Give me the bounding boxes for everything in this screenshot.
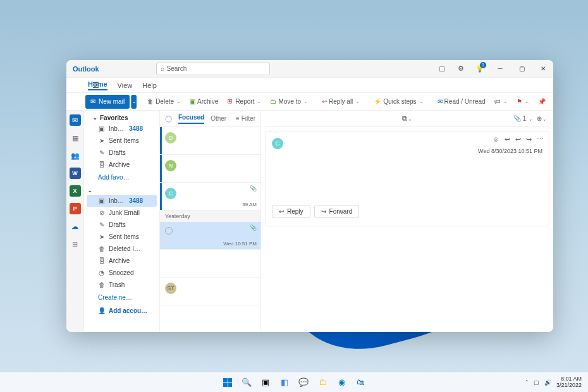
taskbar-clock[interactable]: 8:01 AM 3/21/2022: [556, 376, 582, 389]
archive-icon: 🗄: [98, 257, 105, 264]
folder-item-drafts[interactable]: ✎Drafts: [84, 147, 159, 159]
reply-icon: ↩: [279, 208, 284, 215]
task-view-icon[interactable]: ▣: [258, 375, 273, 390]
tab-other[interactable]: Other: [211, 115, 226, 122]
archive-button[interactable]: ▣Archive: [187, 95, 221, 108]
message-item[interactable]: C📎39 AM: [160, 183, 260, 211]
smile-icon[interactable]: ☺: [493, 135, 499, 144]
folder-item-inb[interactable]: ▣Inb…3488: [87, 195, 157, 207]
window-minimize-button[interactable]: ─: [490, 61, 510, 77]
folder-item-archive[interactable]: 🗄Archive: [84, 159, 159, 171]
search-input[interactable]: ⌕ Search: [156, 63, 270, 75]
window-close-button[interactable]: ✕: [533, 61, 553, 77]
flag-button[interactable]: ⚑⌄: [513, 95, 532, 108]
message-item[interactable]: D: [160, 127, 260, 155]
avatar: N: [165, 160, 176, 171]
moveto-button[interactable]: 🗀Move to⌄: [267, 95, 311, 108]
tab-focused[interactable]: Focused: [178, 114, 204, 124]
folder-item-junkemail[interactable]: ⊘Junk Email: [84, 207, 159, 219]
send-icon: ➤: [98, 233, 105, 240]
account-header[interactable]: ⌄: [84, 184, 159, 195]
folder-item-sentitems[interactable]: ➤Sent Items: [84, 135, 159, 147]
message-item[interactable]: ST: [160, 278, 260, 305]
file-explorer-icon[interactable]: 🗀: [315, 375, 330, 390]
report-button[interactable]: ⛨Report⌄: [224, 95, 264, 108]
select-circle[interactable]: [165, 227, 173, 235]
reply-button[interactable]: ↩Reply: [272, 205, 310, 218]
folder-pane: ⌄Favorites ▣Inb…3488➤Sent Items✎Drafts🗄A…: [84, 111, 160, 332]
rail-calendar-icon[interactable]: ▦: [70, 132, 81, 144]
folder-item-drafts[interactable]: ✎Drafts: [84, 219, 159, 231]
tab-help[interactable]: Help: [142, 82, 157, 89]
outlook-window: Outlook ⌕ Search ▢ ⚙ 💡1 ─ ▢ ✕ ☰ Home Vie…: [66, 60, 553, 332]
tray-volume-icon[interactable]: 🔊: [544, 379, 551, 386]
folder-item-inb[interactable]: ▣Inb…3488: [84, 123, 159, 135]
rail-more-icon[interactable]: ⊞: [70, 238, 81, 250]
archive-icon: ▣: [190, 98, 195, 105]
forward-icon[interactable]: ↪: [526, 135, 532, 144]
hamburger-icon[interactable]: ☰: [89, 79, 102, 92]
rail-word-icon[interactable]: W: [70, 168, 81, 179]
forward-button[interactable]: ↪Forward: [314, 205, 360, 218]
reply-all-icon[interactable]: ↩: [515, 135, 521, 144]
tray-network-icon[interactable]: ▢: [534, 379, 539, 386]
add-account-link[interactable]: 👤Add accou…: [84, 304, 159, 317]
meet-now-icon[interactable]: ▢: [433, 61, 451, 77]
widgets-icon[interactable]: ◧: [277, 375, 292, 390]
pin-button[interactable]: 📌: [535, 95, 549, 108]
envelope-icon: ✉: [438, 98, 443, 105]
rail-people-icon[interactable]: 👥: [70, 150, 81, 161]
folder-item-sentitems[interactable]: ➤Sent Items: [84, 231, 159, 243]
taskbar-search-icon[interactable]: 🔍: [239, 375, 254, 390]
attachment-icon[interactable]: 📎 1 ⌄: [513, 115, 533, 122]
rail-mail-icon[interactable]: ✉: [70, 114, 81, 126]
window-maximize-button[interactable]: ▢: [511, 61, 532, 77]
attachment-icon: 📎: [250, 224, 257, 231]
replyall-button[interactable]: ↩Reply all⌄: [319, 95, 363, 108]
taskbar: 🔍 ▣ ◧ 💬 🗀 ◉ 🛍 ˄ ▢ 🔊 8:01 AM 3/21/2022: [0, 372, 588, 392]
rail-powerpoint-icon[interactable]: P: [70, 203, 81, 214]
inbox-icon: ▣: [98, 197, 105, 204]
new-mail-button[interactable]: ✉New mail: [85, 95, 130, 109]
folder-item-deletedi[interactable]: 🗑Deleted I…: [84, 243, 159, 255]
filter-icon: ≡: [236, 115, 240, 122]
select-all-checkbox[interactable]: ◯: [165, 115, 172, 122]
rail-onedrive-icon[interactable]: ☁: [70, 221, 81, 232]
quicksteps-button[interactable]: ⚡Quick steps⌄: [371, 95, 426, 108]
tray-chevron-icon[interactable]: ˄: [525, 379, 529, 386]
folder-item-archive[interactable]: 🗄Archive: [84, 255, 159, 267]
message-list: ◯ Focused Other ≡Filter DNC📎39 AM Yester…: [160, 111, 261, 332]
translate-icon[interactable]: ⧉⌄: [402, 114, 412, 123]
sender-avatar: C: [272, 138, 283, 149]
message-item[interactable]: [160, 250, 260, 278]
start-button[interactable]: [220, 375, 235, 390]
folder-item-snoozed[interactable]: ◔Snoozed: [84, 267, 159, 279]
shield-icon: ⛨: [227, 98, 233, 105]
tab-view[interactable]: View: [118, 82, 133, 89]
reply-icon[interactable]: ↩: [505, 135, 510, 144]
more-icon[interactable]: ⋯: [537, 135, 544, 144]
mail-icon: ✉: [90, 98, 95, 105]
message-card: C ☺ ↩ ↩ ↪ ⋯ Wed 8/30/2023 10:51 PM ↩Repl…: [265, 131, 549, 226]
folder-item-trash[interactable]: 🗑Trash: [84, 279, 159, 291]
zoom-icon[interactable]: ⊕⌄: [537, 115, 547, 122]
create-new-folder-link[interactable]: Create ne…: [84, 291, 159, 304]
tag-button[interactable]: 🏷⌄: [491, 95, 511, 108]
readunread-button[interactable]: ✉Read / Unread: [434, 95, 489, 108]
delete-button[interactable]: 🗑Delete⌄: [144, 95, 184, 108]
snooze-button[interactable]: ◔⌄: [551, 95, 553, 108]
filter-button[interactable]: ≡Filter: [236, 115, 255, 122]
message-item[interactable]: 📎Wed 10:51 PM: [160, 222, 260, 250]
chat-icon[interactable]: 💬: [296, 375, 311, 390]
message-item[interactable]: N: [160, 155, 260, 183]
add-favorite-link[interactable]: Add favo…: [84, 171, 159, 184]
rail-excel-icon[interactable]: X: [70, 185, 81, 197]
inbox-icon: ▣: [98, 125, 105, 132]
settings-icon[interactable]: ⚙: [452, 61, 470, 77]
favorites-header[interactable]: ⌄Favorites: [84, 111, 159, 123]
store-icon[interactable]: 🛍: [353, 375, 368, 390]
new-mail-dropdown[interactable]: ⌄: [131, 95, 137, 109]
edge-icon[interactable]: ◉: [334, 375, 349, 390]
search-icon: ⌕: [161, 65, 164, 72]
notifications-icon[interactable]: 💡1: [471, 61, 489, 77]
